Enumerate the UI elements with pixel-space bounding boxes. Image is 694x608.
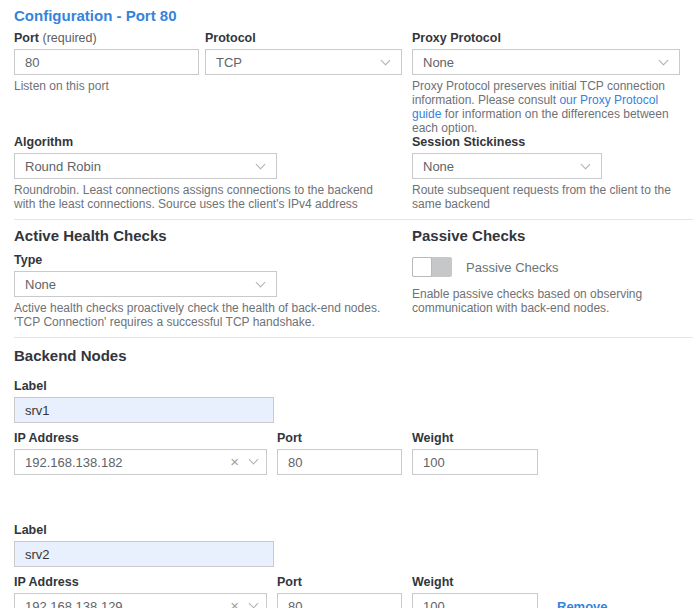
active-health-checks-section: Active Health Checks Type None Active he… bbox=[14, 228, 412, 329]
node-ip-field-group: IP Address × bbox=[14, 431, 267, 475]
chevron-down-icon bbox=[581, 160, 591, 170]
toggle-knob-icon bbox=[412, 257, 432, 277]
node-weight-input[interactable] bbox=[412, 593, 538, 608]
node-port-field-group: Port bbox=[277, 431, 402, 475]
port-input[interactable] bbox=[14, 49, 199, 75]
session-stickiness-field-group: Session Stickiness None Route subsequent… bbox=[412, 135, 680, 211]
section-divider bbox=[14, 337, 693, 338]
node-weight-label: Weight bbox=[412, 431, 538, 445]
node-label-input[interactable] bbox=[14, 541, 274, 567]
port-helper: Listen on this port bbox=[14, 79, 199, 93]
row-algorithm-stickiness: Algorithm Round Robin Roundrobin. Least … bbox=[14, 135, 694, 211]
node-ip-combobox[interactable]: × bbox=[14, 593, 267, 608]
node-ip-combobox[interactable]: × bbox=[14, 449, 267, 475]
clear-icon[interactable]: × bbox=[230, 597, 239, 608]
protocol-select-value: TCP bbox=[216, 55, 242, 70]
proxy-protocol-select[interactable]: None bbox=[412, 49, 680, 75]
health-check-type-select[interactable]: None bbox=[14, 271, 277, 297]
node-ip-input[interactable] bbox=[14, 593, 267, 608]
node-port-field-group: Port bbox=[277, 575, 402, 608]
node-port-input[interactable] bbox=[277, 449, 402, 475]
row-health-checks: Active Health Checks Type None Active he… bbox=[14, 228, 694, 329]
port-required-note: (required) bbox=[42, 31, 96, 45]
passive-checks-heading: Passive Checks bbox=[412, 228, 680, 243]
chevron-down-icon bbox=[381, 56, 391, 66]
page-title: Configuration - Port 80 bbox=[14, 8, 694, 23]
remove-node-wrap: Remove bbox=[557, 599, 608, 608]
active-health-checks-heading: Active Health Checks bbox=[14, 228, 412, 243]
proxy-protocol-helper: Proxy Protocol preserves initial TCP con… bbox=[412, 79, 680, 135]
configuration-panel: Configuration - Port 80 Port (required) … bbox=[0, 0, 694, 608]
node-port-input[interactable] bbox=[277, 593, 402, 608]
algorithm-select-value: Round Robin bbox=[25, 159, 101, 174]
proxy-protocol-field-group: Proxy Protocol None Proxy Protocol prese… bbox=[412, 31, 680, 135]
node-ip-input[interactable] bbox=[14, 449, 267, 475]
section-divider bbox=[14, 219, 693, 220]
node-ip-label: IP Address bbox=[14, 431, 267, 445]
node-weight-input[interactable] bbox=[412, 449, 538, 475]
chevron-down-icon bbox=[256, 278, 266, 288]
node-label-label: Label bbox=[14, 379, 694, 393]
backend-nodes-heading: Backend Nodes bbox=[14, 348, 694, 363]
node-ip-label: IP Address bbox=[14, 575, 267, 589]
node-port-label: Port bbox=[277, 575, 402, 589]
backend-node-1: Label IP Address × Port Weight bbox=[14, 379, 694, 475]
port-label: Port (required) bbox=[14, 31, 199, 45]
backend-node-2: Label IP Address × Port Weight Remove bbox=[14, 523, 694, 608]
algorithm-field-group: Algorithm Round Robin Roundrobin. Least … bbox=[14, 135, 412, 211]
protocol-field-group: Protocol TCP bbox=[205, 31, 402, 75]
node-label-label: Label bbox=[14, 523, 694, 537]
session-stickiness-select[interactable]: None bbox=[412, 153, 602, 179]
passive-checks-helper: Enable passive checks based on observing… bbox=[412, 287, 680, 315]
proxy-protocol-select-value: None bbox=[423, 55, 454, 70]
algorithm-select[interactable]: Round Robin bbox=[14, 153, 277, 179]
row-port-protocol: Port (required) Listen on this port Prot… bbox=[14, 31, 694, 135]
proxy-protocol-label: Proxy Protocol bbox=[412, 31, 680, 45]
node-address-row: IP Address × Port Weight bbox=[14, 431, 694, 475]
session-stickiness-select-value: None bbox=[423, 159, 454, 174]
passive-checks-toggle-row: Passive Checks bbox=[412, 257, 680, 277]
chevron-down-icon bbox=[256, 160, 266, 170]
active-health-checks-helper: Active health checks proactively check t… bbox=[14, 301, 392, 329]
node-weight-label: Weight bbox=[412, 575, 538, 589]
node-port-label: Port bbox=[277, 431, 402, 445]
node-label-input[interactable] bbox=[14, 397, 274, 423]
health-check-type-select-value: None bbox=[25, 277, 56, 292]
protocol-select[interactable]: TCP bbox=[205, 49, 402, 75]
passive-checks-toggle-label: Passive Checks bbox=[466, 260, 558, 275]
session-stickiness-label: Session Stickiness bbox=[412, 135, 680, 149]
algorithm-helper: Roundrobin. Least connections assigns co… bbox=[14, 183, 392, 211]
algorithm-label: Algorithm bbox=[14, 135, 412, 149]
chevron-down-icon bbox=[659, 56, 669, 66]
node-weight-field-group: Weight bbox=[412, 575, 538, 608]
remove-node-button[interactable]: Remove bbox=[557, 599, 608, 608]
port-field-group: Port (required) Listen on this port bbox=[14, 31, 199, 93]
passive-checks-toggle[interactable] bbox=[412, 257, 452, 277]
clear-icon[interactable]: × bbox=[230, 453, 239, 470]
protocol-label: Protocol bbox=[205, 31, 402, 45]
health-check-type-label: Type bbox=[14, 253, 412, 267]
node-ip-field-group: IP Address × bbox=[14, 575, 267, 608]
node-weight-field-group: Weight bbox=[412, 431, 538, 475]
session-stickiness-helper: Route subsequent requests from the clien… bbox=[412, 183, 680, 211]
node-address-row: IP Address × Port Weight Remove bbox=[14, 575, 694, 608]
passive-checks-section: Passive Checks Passive Checks Enable pas… bbox=[412, 228, 680, 315]
